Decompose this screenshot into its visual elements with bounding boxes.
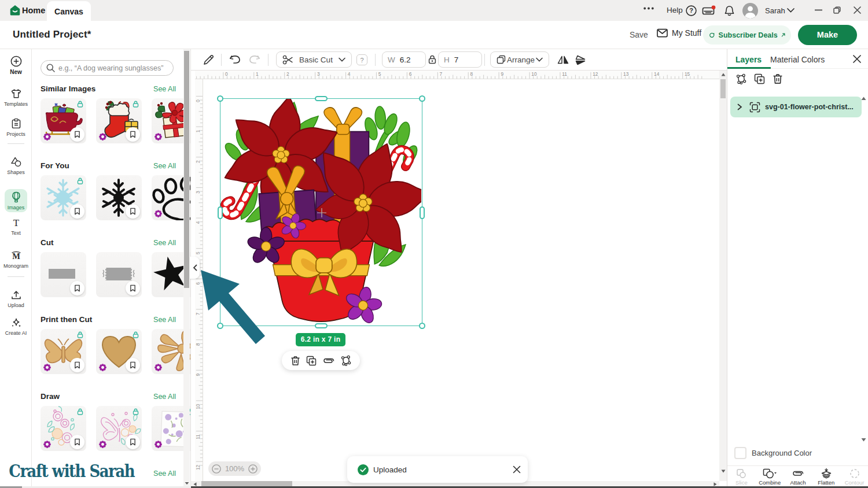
selection-handle-w[interactable] [218, 206, 223, 219]
selection-handle-sw[interactable] [217, 323, 223, 329]
bookmark-button[interactable] [70, 435, 84, 449]
sidebar-item-shapes[interactable]: Shapes [0, 156, 32, 175]
image-tile-snowflake-black[interactable] [96, 175, 142, 220]
bookmark-button[interactable] [70, 204, 84, 219]
attach-icon[interactable] [323, 357, 334, 364]
scroll-up-arrow-icon[interactable] [861, 97, 866, 101]
sidebar-item-new[interactable]: New [0, 56, 32, 75]
cricut-home-logo-icon[interactable] [9, 5, 21, 16]
zoom-in-button[interactable] [248, 464, 258, 474]
canvas-vscroll-thumb[interactable] [720, 79, 726, 98]
see-all-link[interactable]: See All [153, 469, 176, 478]
sidebar-item-monogram[interactable]: Monogram [0, 250, 32, 269]
selection-bounding-box[interactable] [220, 98, 422, 326]
scroll-down-arrow-icon[interactable] [184, 480, 190, 486]
see-all-link[interactable]: See All [153, 162, 176, 170]
bookmark-button[interactable] [126, 204, 140, 219]
bookmark-button[interactable] [126, 281, 140, 295]
my-stuff-button[interactable]: My Stuff [657, 28, 701, 38]
help-label[interactable]: Help [667, 6, 683, 14]
edit-pencil-icon[interactable] [203, 54, 215, 66]
flip-vertical-icon[interactable] [575, 55, 586, 65]
duplicate-icon[interactable] [754, 73, 765, 84]
delete-icon[interactable] [290, 356, 300, 366]
see-all-link[interactable]: See All [153, 316, 176, 324]
close-button[interactable] [854, 6, 861, 14]
bookmark-button[interactable] [70, 281, 84, 295]
image-tile-heart-tan[interactable] [96, 329, 142, 374]
width-field[interactable]: W 6.2 [382, 51, 426, 68]
image-tile-snowflake-blue[interactable] [41, 175, 86, 220]
bookmark-button[interactable] [70, 358, 84, 372]
zoom-out-button[interactable] [212, 464, 221, 474]
sidebar-item-projects[interactable]: Projects [0, 118, 32, 137]
user-menu-chevron-icon[interactable] [787, 8, 795, 13]
weld-icon[interactable] [340, 355, 351, 366]
panel-close-icon[interactable] [852, 54, 862, 64]
image-tile-rect[interactable] [41, 252, 86, 297]
image-tile-floral-corner[interactable] [41, 406, 86, 451]
image-tile-stocking[interactable] [96, 98, 142, 143]
see-all-link[interactable]: See All [153, 393, 176, 401]
tab-layers[interactable]: Layers [735, 55, 762, 64]
layer-row[interactable]: svg-01-flower-pot-christ... [730, 97, 862, 117]
see-all-link[interactable]: See All [153, 239, 176, 247]
home-tab[interactable]: Home [22, 6, 45, 15]
flatten-button[interactable]: Flatten [812, 466, 840, 488]
canvas-tab[interactable]: Canvas [47, 1, 91, 21]
undo-button[interactable] [229, 54, 241, 65]
image-tile-butterfly-floral[interactable] [96, 406, 142, 451]
attach-button[interactable]: Attach [784, 466, 812, 488]
height-field[interactable]: H 7 [438, 51, 482, 68]
sidebar-item-upload[interactable]: Upload [0, 289, 32, 308]
bookmark-button[interactable] [126, 358, 140, 372]
bookmark-button[interactable] [126, 127, 140, 142]
sidebar-item-text[interactable]: Text [0, 217, 32, 236]
avatar[interactable] [742, 3, 758, 19]
left-panel-scrollbar[interactable] [183, 49, 190, 488]
save-button[interactable]: Save [630, 30, 648, 39]
minimize-button[interactable] [815, 9, 822, 11]
machine-status-icon[interactable] [702, 5, 716, 16]
scroll-down-arrow-icon[interactable] [861, 438, 866, 442]
collapse-panel-tab[interactable] [190, 257, 200, 279]
background-color-checkbox[interactable] [734, 447, 746, 459]
selection-handle-n[interactable] [315, 96, 328, 101]
left-panel-scrollbar-thumb[interactable] [184, 51, 189, 288]
bookmark-button[interactable] [126, 435, 140, 449]
duplicate-icon[interactable] [306, 356, 317, 366]
flip-horizontal-icon[interactable] [557, 54, 569, 65]
subscriber-deals-button[interactable]: Subscriber Deals [703, 25, 791, 45]
see-all-link[interactable]: See All [153, 85, 176, 93]
sidebar-item-create-ai[interactable]: Create AI [0, 317, 32, 336]
combine-button[interactable]: Combine [756, 466, 784, 488]
image-search-input[interactable]: e.g., “A dog wearing sunglasses” [41, 60, 174, 76]
image-tile-sleigh[interactable] [41, 98, 86, 143]
arrange-dropdown[interactable]: Arrange [490, 51, 549, 68]
toast-close-icon[interactable] [513, 465, 521, 474]
linetype-dropdown[interactable]: Basic Cut [276, 51, 352, 68]
lock-ratio-icon[interactable] [428, 55, 436, 64]
selection-handle-se[interactable] [419, 323, 425, 329]
help-icon[interactable]: ? [686, 5, 697, 16]
linetype-help-badge[interactable]: ? [356, 54, 367, 65]
selection-handle-s[interactable] [315, 323, 328, 328]
contour-button[interactable]: Contour [840, 466, 868, 488]
restore-button[interactable] [833, 6, 841, 14]
image-tile-butterfly-tan[interactable] [41, 329, 86, 374]
selection-handle-nw[interactable] [217, 95, 223, 102]
selection-handle-ne[interactable] [419, 95, 425, 102]
bookmark-button[interactable] [70, 127, 84, 142]
delete-icon[interactable] [773, 73, 783, 84]
canvas-hscroll-thumb[interactable] [201, 481, 292, 486]
image-tile-ticket[interactable] [96, 252, 142, 297]
overflow-menu-icon[interactable] [643, 7, 654, 10]
selection-handle-e[interactable] [420, 206, 425, 219]
redo-button[interactable] [248, 54, 260, 65]
tab-material-colors[interactable]: Material Colors [770, 55, 825, 64]
sidebar-item-images[interactable]: Images [0, 191, 32, 210]
slice-button[interactable]: Slice [727, 466, 756, 488]
expand-chevron-icon[interactable] [737, 103, 742, 110]
weld-icon[interactable] [735, 73, 746, 84]
make-button[interactable]: Make [798, 25, 857, 45]
